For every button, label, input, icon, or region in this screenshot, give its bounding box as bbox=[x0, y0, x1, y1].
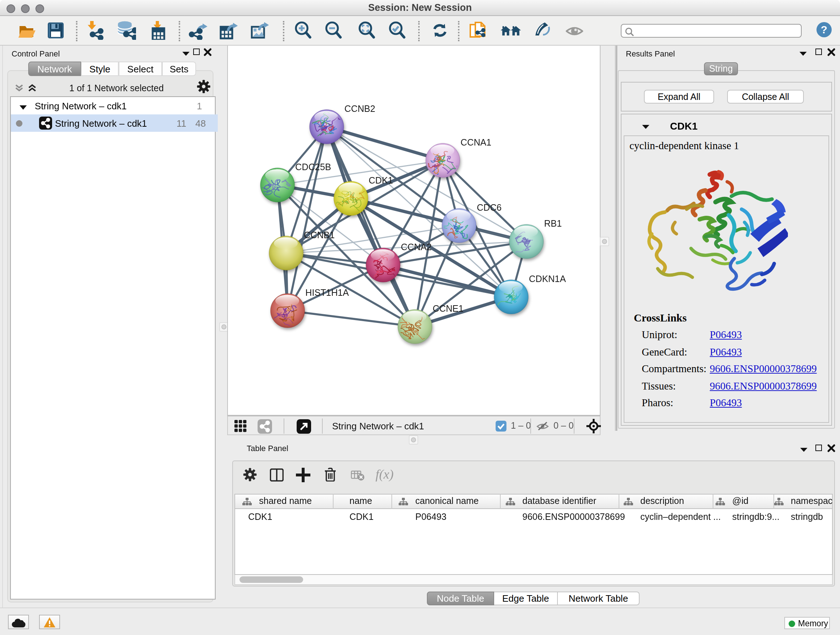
svg-text:CCNB2: CCNB2 bbox=[344, 103, 375, 114]
svg-text:CDK1: CDK1 bbox=[369, 175, 393, 185]
svg-text:CCNB1: CCNB1 bbox=[304, 230, 335, 240]
svg-text:?: ? bbox=[821, 24, 827, 35]
svg-text:RB1: RB1 bbox=[544, 218, 562, 228]
svg-text:CDC6: CDC6 bbox=[477, 203, 502, 212]
svg-text:CCNE1: CCNE1 bbox=[433, 303, 463, 314]
svg-text:CCNA2: CCNA2 bbox=[401, 242, 431, 252]
svg-text:HIST1H1A: HIST1H1A bbox=[305, 287, 349, 298]
svg-text:CCNA1: CCNA1 bbox=[461, 137, 491, 147]
svg-text:CDKN1A: CDKN1A bbox=[529, 274, 566, 284]
svg-text:CDC25B: CDC25B bbox=[295, 162, 331, 172]
